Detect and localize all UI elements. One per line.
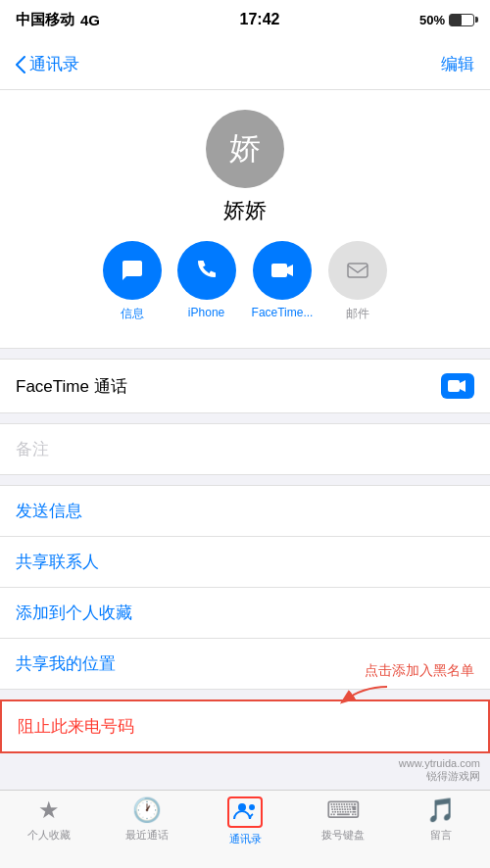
chevron-left-icon [16, 56, 25, 73]
message-label: 信息 [121, 306, 144, 322]
tab-keypad[interactable]: ⌨ 拨号键盘 [294, 796, 392, 843]
avatar: 娇 [206, 110, 284, 188]
battery-fill [450, 15, 462, 25]
keypad-icon: ⌨ [326, 796, 361, 824]
notes-placeholder[interactable]: 备注 [0, 424, 490, 474]
mail-label: 邮件 [346, 306, 369, 322]
message-action-button[interactable]: 信息 [103, 241, 162, 322]
contacts-tab-label: 通讯录 [229, 832, 262, 846]
tab-bar: ★ 个人收藏 🕐 最近通话 通讯录 ⌨ 拨号键盘 🎵 留言 [0, 790, 490, 868]
tab-favorites[interactable]: ★ 个人收藏 [0, 796, 98, 843]
notes-section: 备注 [0, 423, 490, 475]
share-contact-action[interactable]: 共享联系人 [0, 537, 490, 588]
block-section: 阻止此来电号码 [0, 699, 490, 753]
tab-voicemail[interactable]: 🎵 留言 [392, 796, 490, 843]
phone-action-button[interactable]: iPhone [177, 241, 236, 322]
svg-rect-1 [348, 264, 368, 277]
contacts-icon [227, 796, 263, 828]
facetime-label: FaceTime... [252, 306, 314, 319]
svg-point-4 [249, 804, 255, 810]
voicemail-icon: 🎵 [426, 796, 456, 824]
facetime-icon [253, 241, 312, 300]
send-message-action[interactable]: 发送信息 [0, 486, 490, 537]
svg-rect-2 [448, 380, 460, 392]
mail-icon [328, 241, 387, 300]
facetime-section-label: FaceTime 通话 [16, 375, 127, 398]
annotation-text: 点击添加入黑名单 [365, 662, 474, 680]
phone-label: iPhone [188, 306, 224, 319]
nav-bar: 通讯录 编辑 [0, 39, 490, 90]
facetime-video-icon [441, 373, 474, 399]
edit-button[interactable]: 编辑 [441, 53, 474, 75]
mail-action-button[interactable]: 邮件 [328, 241, 387, 322]
watermark: www.ytruida.com 锐得游戏网 [399, 757, 480, 784]
svg-rect-0 [271, 264, 287, 277]
tab-recents[interactable]: 🕐 最近通话 [98, 796, 196, 843]
back-button[interactable]: 通讯录 [16, 53, 79, 75]
status-bar: 中国移动 4G 17:42 50% [0, 0, 490, 39]
add-to-favorites-action[interactable]: 添加到个人收藏 [0, 588, 490, 639]
status-carrier: 中国移动 4G [16, 11, 100, 29]
action-buttons-row: 信息 iPhone FaceTime... [83, 241, 408, 338]
status-time: 17:42 [240, 11, 280, 28]
facetime-action-button[interactable]: FaceTime... [252, 241, 314, 322]
tab-contacts[interactable]: 通讯录 [196, 796, 294, 846]
avatar-section: 娇 娇娇 信息 iPhone [0, 90, 490, 349]
clock-icon: 🕐 [132, 796, 162, 824]
facetime-section: FaceTime 通话 [0, 359, 490, 413]
contact-name: 娇娇 [223, 196, 267, 225]
battery-icon [449, 14, 474, 26]
arrow-icon [333, 682, 392, 715]
phone-icon [177, 241, 236, 300]
block-number-button[interactable]: 阻止此来电号码 [2, 701, 488, 751]
message-icon [103, 241, 162, 300]
star-icon: ★ [38, 796, 60, 824]
facetime-row[interactable]: FaceTime 通话 [0, 360, 490, 412]
block-section-container: 点击添加入黑名单 阻止此来电号码 [0, 699, 490, 753]
status-battery: 50% [419, 13, 474, 27]
svg-point-3 [238, 803, 246, 811]
list-actions: 发送信息 共享联系人 添加到个人收藏 共享我的位置 [0, 485, 490, 690]
